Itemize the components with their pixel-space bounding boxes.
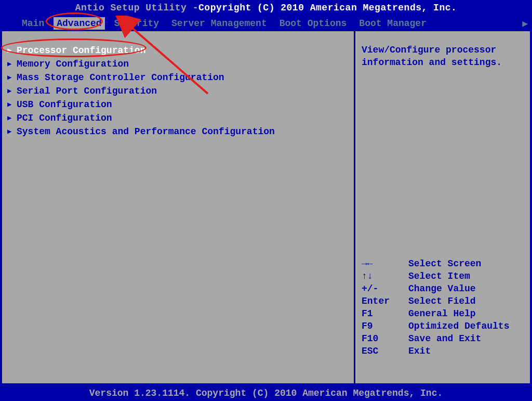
key-desc: Select Item [408, 270, 470, 282]
key-desc: Select Screen [408, 257, 481, 270]
title-prefix: Antio Setup Utility - [75, 3, 198, 13]
tab-bar: Main Advanced Security Server Management… [0, 16, 532, 31]
tab-server-management[interactable]: Server Management [168, 17, 270, 30]
key-desc: General Help [408, 307, 476, 320]
key-desc: Change Value [408, 282, 476, 295]
submenu-arrow-icon: ▶ [7, 44, 17, 57]
key-label: ESC [362, 345, 408, 357]
menu-item-label: Memory Configuration [17, 58, 129, 70]
key-label: ↑↓ [362, 270, 408, 282]
tab-boot-options[interactable]: Boot Options [276, 17, 350, 30]
submenu-arrow-icon: ▶ [7, 98, 17, 111]
key-desc: Save and Exit [408, 332, 481, 345]
menu-processor-configuration[interactable]: ▶ Processor Configuration [7, 44, 349, 57]
tab-advanced[interactable]: Advanced [54, 17, 104, 30]
menu-system-acoustics-configuration[interactable]: ▶ System Acoustics and Performance Confi… [7, 125, 349, 138]
tab-scroll-right-icon[interactable]: ▶ [522, 18, 528, 29]
key-hint-row: F10Save and Exit [362, 332, 524, 345]
menu-serial-port-configuration[interactable]: ▶ Serial Port Configuration [7, 84, 349, 98]
key-label: F1 [362, 307, 408, 320]
help-text-line: information and settings. [362, 56, 524, 69]
footer-bar: Version 1.23.1114. Copyright (C) 2010 Am… [0, 385, 532, 401]
menu-memory-configuration[interactable]: ▶ Memory Configuration [7, 57, 349, 71]
menu-pci-configuration[interactable]: ▶ PCI Configuration [7, 111, 349, 125]
key-desc: Optimized Defaults [408, 320, 509, 332]
key-hints: →←Select Screen ↑↓Select Item +/-Change … [362, 257, 524, 357]
key-hint-row: EnterSelect Field [362, 295, 524, 307]
key-hint-row: F1General Help [362, 307, 524, 320]
tab-boot-manager[interactable]: Boot Manager [356, 17, 430, 30]
menu-item-label: USB Configuration [17, 98, 112, 111]
menu-item-label: System Acoustics and Performance Configu… [17, 125, 275, 138]
menu-usb-configuration[interactable]: ▶ USB Configuration [7, 98, 349, 111]
key-label: Enter [362, 295, 408, 307]
main-area: ▶ Processor Configuration ▶ Memory Confi… [0, 31, 532, 385]
key-label: →← [362, 257, 408, 270]
submenu-arrow-icon: ▶ [7, 58, 17, 70]
submenu-arrow-icon: ▶ [7, 112, 17, 124]
key-label: F9 [362, 320, 408, 332]
tab-security[interactable]: Security [111, 17, 162, 30]
key-label: +/- [362, 282, 408, 295]
key-hint-row: ↑↓Select Item [362, 270, 524, 282]
key-hint-row: ESCExit [362, 345, 524, 357]
menu-mass-storage-configuration[interactable]: ▶ Mass Storage Controller Configuration [7, 71, 349, 84]
key-desc: Select Field [408, 295, 476, 307]
menu-item-label: Mass Storage Controller Configuration [17, 71, 224, 84]
menu-item-label: Processor Configuration [17, 44, 145, 57]
title-bar: Antio Setup Utility - Copyright (C) 2010… [0, 0, 532, 16]
menu-item-label: PCI Configuration [17, 112, 112, 124]
tab-main[interactable]: Main [19, 17, 47, 30]
footer-text: Version 1.23.1114. Copyright (C) 2010 Am… [89, 388, 443, 398]
menu-pane: ▶ Processor Configuration ▶ Memory Confi… [2, 31, 355, 383]
submenu-arrow-icon: ▶ [7, 71, 17, 84]
key-hint-row: +/-Change Value [362, 282, 524, 295]
key-hint-row: →←Select Screen [362, 257, 524, 270]
submenu-arrow-icon: ▶ [7, 125, 17, 138]
key-hint-row: F9Optimized Defaults [362, 320, 524, 332]
menu-item-label: Serial Port Configuration [17, 85, 157, 97]
submenu-arrow-icon: ▶ [7, 85, 17, 97]
key-label: F10 [362, 332, 408, 345]
key-desc: Exit [408, 345, 431, 357]
help-text-line: View/Configure processor [362, 44, 524, 56]
help-pane: View/Configure processor information and… [355, 31, 530, 383]
title-copyright: Copyright (C) 2010 American Megatrends, … [198, 3, 457, 13]
